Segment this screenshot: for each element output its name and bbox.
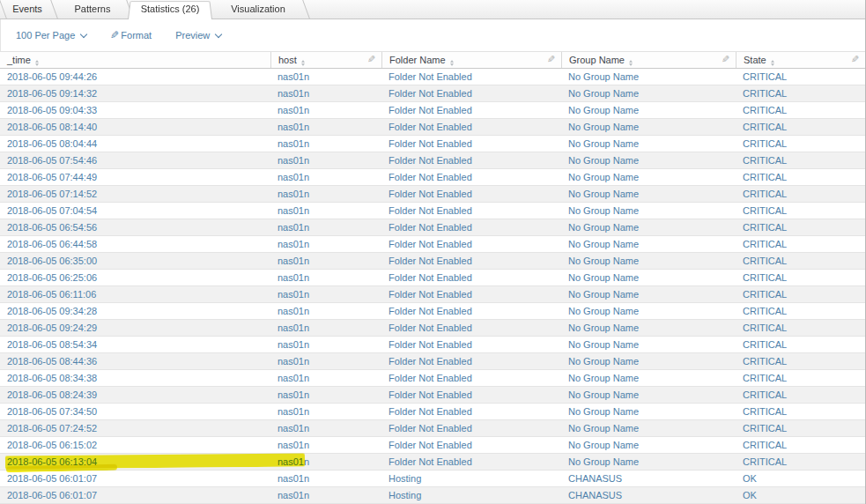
cell-state[interactable]: CRITICAL (736, 286, 865, 302)
cell-state[interactable]: CRITICAL (736, 219, 865, 235)
cell-group[interactable]: No Group Name (561, 186, 736, 202)
column-header-folder[interactable]: Folder Name✎ (381, 52, 561, 68)
cell-group[interactable]: No Group Name (561, 270, 736, 285)
cell-host[interactable]: nas01n (270, 487, 381, 503)
cell-folder[interactable]: Folder Not Enabled (381, 370, 561, 386)
preview-dropdown[interactable]: Preview (175, 30, 221, 41)
sort-carets-icon[interactable] (771, 60, 774, 66)
cell-state[interactable]: CRITICAL (736, 420, 865, 436)
cell-group[interactable]: No Group Name (561, 219, 736, 235)
cell-group[interactable]: No Group Name (561, 404, 736, 419)
tab-statistics[interactable]: Statistics (26) (130, 0, 210, 19)
cell-folder[interactable]: Folder Not Enabled (381, 253, 561, 269)
cell-group[interactable]: No Group Name (561, 320, 736, 336)
cell-time[interactable]: 2018-06-05 06:15:02 (0, 437, 270, 453)
cell-time[interactable]: 2018-06-05 06:01:07 (0, 487, 270, 503)
cell-state[interactable]: CRITICAL (736, 203, 865, 219)
cell-state[interactable]: CRITICAL (736, 270, 865, 285)
cell-time[interactable]: 2018-06-05 08:34:38 (0, 370, 270, 386)
cell-folder[interactable]: Folder Not Enabled (381, 102, 561, 118)
cell-state[interactable]: CRITICAL (736, 454, 865, 470)
cell-time[interactable]: 2018-06-05 08:04:44 (0, 136, 270, 152)
cell-folder[interactable]: Hosting (381, 487, 561, 503)
cell-time[interactable]: 2018-06-05 08:54:34 (0, 337, 270, 352)
cell-state[interactable]: OK (736, 471, 865, 486)
cell-host[interactable]: nas01n (270, 203, 381, 219)
cell-state[interactable]: CRITICAL (736, 136, 865, 152)
per-page-dropdown[interactable]: 100 Per Page (16, 30, 86, 41)
cell-time[interactable]: 2018-06-05 06:54:56 (0, 219, 270, 235)
cell-host[interactable]: nas01n (270, 186, 381, 202)
cell-folder[interactable]: Folder Not Enabled (381, 203, 561, 219)
cell-time[interactable]: 2018-06-05 07:54:46 (0, 152, 270, 168)
cell-time[interactable]: 2018-06-05 07:04:54 (0, 203, 270, 219)
cell-group[interactable]: No Group Name (561, 437, 736, 453)
cell-host[interactable]: nas01n (270, 85, 381, 101)
cell-folder[interactable]: Folder Not Enabled (381, 169, 561, 185)
cell-state[interactable]: CRITICAL (736, 353, 865, 369)
cell-time[interactable]: 2018-06-05 06:44:58 (0, 236, 270, 252)
cell-host[interactable]: nas01n (270, 454, 381, 470)
sort-carets-icon[interactable] (629, 60, 633, 66)
cell-folder[interactable]: Folder Not Enabled (381, 219, 561, 235)
cell-folder[interactable]: Folder Not Enabled (381, 186, 561, 202)
cell-state[interactable]: CRITICAL (736, 404, 865, 419)
sort-carets-icon[interactable] (35, 60, 39, 66)
cell-host[interactable]: nas01n (270, 119, 381, 135)
cell-folder[interactable]: Folder Not Enabled (381, 337, 561, 352)
cell-time[interactable]: 2018-06-05 06:13:04 (0, 454, 270, 470)
cell-host[interactable]: nas01n (270, 420, 381, 436)
column-header-host[interactable]: host✎ (270, 52, 381, 68)
cell-group[interactable]: CHANASUS (561, 487, 736, 503)
cell-state[interactable]: CRITICAL (736, 387, 865, 403)
cell-state[interactable]: CRITICAL (736, 102, 865, 118)
cell-host[interactable]: nas01n (270, 370, 381, 386)
cell-time[interactable]: 2018-06-05 09:14:32 (0, 85, 270, 101)
pencil-icon[interactable]: ✎ (722, 52, 729, 67)
sort-carets-icon[interactable] (450, 60, 454, 66)
cell-host[interactable]: nas01n (270, 253, 381, 269)
cell-group[interactable]: No Group Name (561, 387, 736, 403)
cell-group[interactable]: No Group Name (561, 303, 736, 319)
cell-state[interactable]: CRITICAL (736, 186, 865, 202)
cell-host[interactable]: nas01n (270, 236, 381, 252)
cell-state[interactable]: CRITICAL (736, 253, 865, 269)
column-header-state[interactable]: State✎ (736, 52, 865, 68)
cell-host[interactable]: nas01n (270, 471, 381, 486)
cell-group[interactable]: No Group Name (561, 119, 736, 135)
cell-group[interactable]: No Group Name (561, 337, 736, 352)
cell-state[interactable]: CRITICAL (736, 437, 865, 453)
cell-group[interactable]: No Group Name (561, 169, 736, 185)
column-header-group[interactable]: Group Name✎ (561, 52, 736, 68)
cell-host[interactable]: nas01n (270, 169, 381, 185)
cell-host[interactable]: nas01n (270, 303, 381, 319)
cell-host[interactable]: nas01n (270, 136, 381, 152)
cell-host[interactable]: nas01n (270, 320, 381, 336)
cell-time[interactable]: 2018-06-05 09:44:26 (0, 69, 270, 85)
cell-group[interactable]: No Group Name (561, 136, 736, 152)
cell-time[interactable]: 2018-06-05 07:44:49 (0, 169, 270, 185)
cell-folder[interactable]: Folder Not Enabled (381, 353, 561, 369)
cell-folder[interactable]: Folder Not Enabled (381, 320, 561, 336)
cell-folder[interactable]: Folder Not Enabled (381, 236, 561, 252)
cell-time[interactable]: 2018-06-05 09:24:29 (0, 320, 270, 336)
cell-group[interactable]: No Group Name (561, 370, 736, 386)
cell-state[interactable]: CRITICAL (736, 119, 865, 135)
cell-state[interactable]: CRITICAL (736, 236, 865, 252)
cell-state[interactable]: CRITICAL (736, 69, 865, 85)
tab-patterns[interactable]: Patterns (55, 0, 130, 19)
cell-state[interactable]: CRITICAL (736, 85, 865, 101)
cell-host[interactable]: nas01n (270, 270, 381, 285)
cell-time[interactable]: 2018-06-05 08:14:40 (0, 119, 270, 135)
cell-state[interactable]: CRITICAL (736, 320, 865, 336)
cell-group[interactable]: No Group Name (561, 253, 736, 269)
cell-time[interactable]: 2018-06-05 08:24:39 (0, 387, 270, 403)
cell-group[interactable]: No Group Name (561, 420, 736, 436)
cell-group[interactable]: No Group Name (561, 69, 736, 85)
column-header-time[interactable]: _time (0, 52, 270, 68)
cell-host[interactable]: nas01n (270, 102, 381, 118)
cell-folder[interactable]: Folder Not Enabled (381, 152, 561, 168)
cell-folder[interactable]: Folder Not Enabled (381, 286, 561, 302)
cell-host[interactable]: nas01n (270, 437, 381, 453)
cell-state[interactable]: CRITICAL (736, 370, 865, 386)
